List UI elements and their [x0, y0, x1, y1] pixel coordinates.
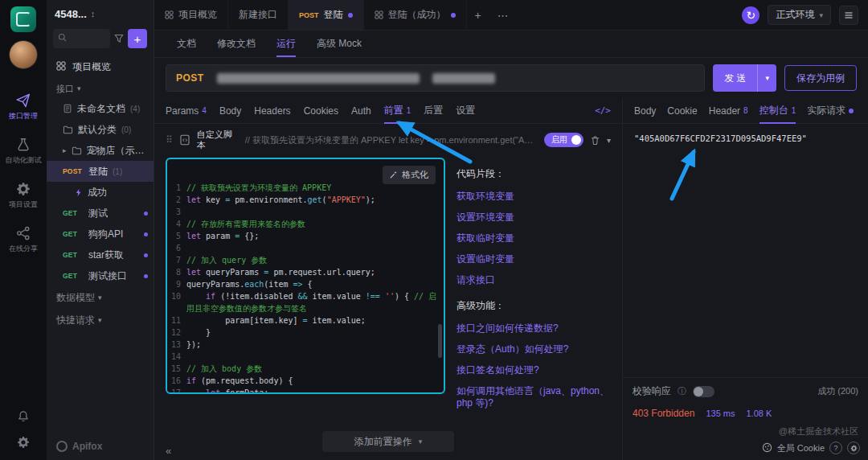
collapse-chevron-icon[interactable]: ▾: [607, 136, 611, 145]
section-api[interactable]: 接口 ▾: [47, 79, 154, 98]
nav-tab-docs[interactable]: 文档: [177, 31, 196, 57]
code-view-icon[interactable]: </>: [595, 98, 611, 123]
rail-item-automated-testing[interactable]: 自动化测试: [6, 138, 42, 166]
tab-login-request[interactable]: POST 登陆: [289, 0, 364, 30]
tab-headers[interactable]: Headers: [254, 98, 290, 123]
tab-post-request[interactable]: 后置: [424, 98, 443, 123]
add-api-button[interactable]: +: [128, 29, 147, 48]
section-quick-request[interactable]: 快捷请求 ▾: [47, 309, 154, 331]
advanced-link-signature[interactable]: 接口签名如何处理?: [457, 364, 611, 376]
tab-auth[interactable]: Auth: [351, 98, 371, 123]
sync-icon[interactable]: ↻: [742, 6, 760, 24]
snippet-link-get-temp[interactable]: 获取临时变量: [457, 232, 611, 244]
cookie-label[interactable]: 全局 Cookie: [777, 442, 825, 454]
response-panel: Body Cookie Header8 控制台1 实际请求 "405A0D67F…: [622, 98, 868, 460]
chevron-down-icon: ▾: [98, 294, 102, 302]
tree-item-unnamed-doc[interactable]: 未命名文档 (4): [47, 98, 154, 119]
nav-tab-run[interactable]: 运行: [276, 31, 296, 57]
tab-actual-request[interactable]: 实际请求: [807, 98, 854, 123]
code-line: 13});: [170, 339, 437, 351]
code-line: 5let param = {};: [170, 230, 437, 242]
search-icon: [58, 33, 67, 44]
enable-toggle[interactable]: 启用: [544, 133, 583, 147]
tab-project-overview[interactable]: 项目概览: [154, 0, 228, 30]
tree-item-default-folder[interactable]: 默认分类 (0): [47, 119, 154, 140]
nav-tab-advanced-mock[interactable]: 高级 Mock: [317, 31, 362, 57]
code-editor[interactable]: 格式化 1// 获取预先设置为环境变量的 APPKEY2let key = pm…: [166, 158, 445, 394]
format-button[interactable]: 格式化: [383, 166, 436, 184]
method-badge: GET: [63, 230, 84, 238]
help-icon[interactable]: ?: [829, 442, 842, 454]
main-area: 项目概览 新建接口 POST 登陆 登陆（成功） + ⋯ ↻ 正式环境: [154, 0, 868, 460]
tab-response-body[interactable]: Body: [634, 98, 656, 123]
editor-scrollbar[interactable]: [438, 324, 442, 358]
advanced-link-other-languages[interactable]: 如何调用其他语言（java、python、php 等)?: [457, 385, 611, 409]
rail-item-api-management[interactable]: 接口管理: [9, 93, 38, 121]
snippet-link-request-api[interactable]: 请求接口: [457, 274, 611, 286]
chevron-down-icon: ▾: [819, 11, 823, 19]
chevron-down-icon[interactable]: ▾: [757, 64, 776, 92]
tree-item-login-request[interactable]: POST 登陆 (1): [47, 161, 154, 182]
settings-gear-icon[interactable]: [17, 436, 30, 449]
section-data-model[interactable]: 数据模型 ▾: [47, 286, 154, 309]
grid-icon: [56, 61, 66, 73]
tab-label: Auth: [351, 105, 371, 117]
tab-body[interactable]: Body: [219, 98, 241, 123]
bell-icon[interactable]: [17, 410, 30, 423]
snippet-link-set-temp[interactable]: 设置临时变量: [457, 253, 611, 265]
app-logo[interactable]: [10, 6, 36, 32]
tab-cookies[interactable]: Cookies: [304, 98, 338, 123]
send-button[interactable]: 发 送 ▾: [713, 64, 776, 92]
code-line: 15// 加入 body 参数: [170, 363, 437, 375]
tree-item-test-request[interactable]: GET 测试: [47, 203, 154, 224]
new-tab-button[interactable]: +: [467, 0, 489, 30]
tab-new-api[interactable]: 新建接口: [228, 0, 289, 30]
tab-label: Params: [166, 105, 199, 117]
trash-icon[interactable]: [590, 135, 600, 146]
tree-item-label: 测试接口: [88, 269, 127, 283]
tab-login-success-case[interactable]: 登陆（成功）: [364, 0, 467, 30]
request-editor-panel: Params4 Body Headers Cookies Auth 前置1 后置…: [154, 98, 622, 460]
nav-tab-label: 高级 Mock: [317, 37, 362, 51]
advanced-link-auth[interactable]: 登录态（Auth）如何处理?: [457, 343, 611, 355]
tab-console[interactable]: 控制台1: [760, 98, 796, 123]
collapse-sidebar-icon[interactable]: «: [166, 445, 171, 457]
url-input[interactable]: POST: [166, 64, 705, 92]
code-line: 8let queryParams = pm.request.url.query;: [170, 266, 437, 278]
tab-label: 登陆（成功）: [388, 8, 446, 22]
filter-icon[interactable]: [114, 34, 124, 43]
nav-tab-edit-docs[interactable]: 修改文档: [217, 31, 256, 57]
tab-response-cookie[interactable]: Cookie: [667, 98, 697, 123]
snippet-link-get-env[interactable]: 获取环境变量: [457, 191, 611, 203]
nav-tab-label: 文档: [177, 37, 196, 51]
send-button-label: 发 送: [713, 72, 757, 85]
rail-item-online-share[interactable]: 在线分享: [9, 226, 38, 254]
custom-script-header[interactable]: ⠿ 自定义脚本 // 获取预先设置为环境变量的 APPKEY let key =…: [154, 124, 622, 154]
tab-params[interactable]: Params4: [166, 98, 207, 123]
tree-item-test-api-request[interactable]: GET 测试接口: [47, 265, 154, 286]
more-tabs-button[interactable]: ⋯: [489, 0, 517, 30]
add-pre-action-button[interactable]: 添加前置操作 ▾: [322, 431, 455, 452]
settings-icon[interactable]: [847, 442, 860, 454]
drag-handle-icon[interactable]: ⠿: [166, 134, 173, 146]
tab-settings[interactable]: 设置: [456, 98, 475, 123]
rail-item-project-settings[interactable]: 项目设置: [9, 182, 38, 210]
project-switcher[interactable]: 4548... ↕: [47, 0, 154, 27]
avatar[interactable]: [9, 40, 38, 69]
validate-toggle[interactable]: [693, 386, 714, 397]
tree-item-petstore-folder[interactable]: ▸ 宠物店（示例）...: [47, 140, 154, 161]
tree-item-star-request[interactable]: GET star获取: [47, 244, 154, 265]
tab-response-header[interactable]: Header8: [709, 98, 748, 123]
advanced-link-pass-data[interactable]: 接口之间如何传递数据?: [457, 322, 611, 335]
sidebar-item-project-overview[interactable]: 项目概览: [47, 55, 154, 79]
tree-item-success-case[interactable]: 成功: [47, 182, 154, 203]
tab-pre-request[interactable]: 前置1: [384, 98, 411, 123]
environment-select[interactable]: 正式环境 ▾: [768, 5, 831, 25]
snippet-link-set-env[interactable]: 设置环境变量: [457, 212, 611, 224]
unsaved-dot: [144, 212, 148, 216]
save-as-case-button[interactable]: 保存为用例: [784, 65, 857, 91]
search-input[interactable]: [53, 29, 110, 48]
tree-item-dog-api-request[interactable]: GET 狗狗API: [47, 224, 154, 244]
menu-icon[interactable]: [839, 6, 858, 25]
topbar: 项目概览 新建接口 POST 登陆 登陆（成功） + ⋯ ↻ 正式环境: [154, 0, 868, 31]
